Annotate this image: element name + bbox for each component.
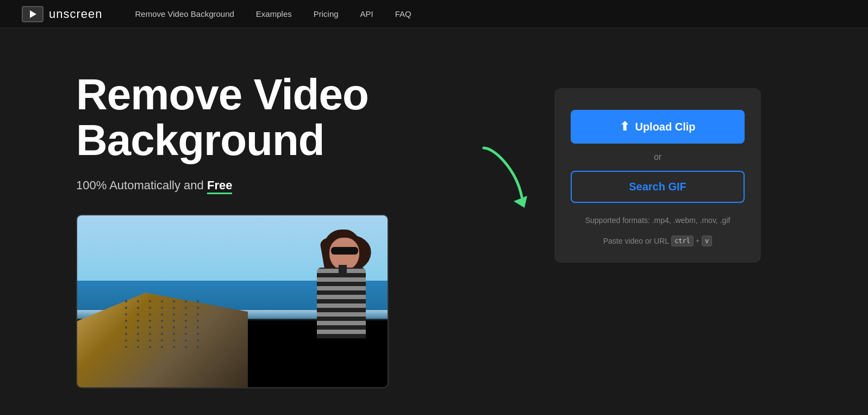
dot [149,313,151,315]
dot [185,346,187,348]
or-divider: or [654,152,661,162]
dot [149,333,151,335]
dot [161,320,163,322]
dot [149,320,151,322]
hero-subtitle-plain: 100% Automatically and [76,178,207,192]
dot [125,333,127,335]
nav-pricing[interactable]: Pricing [314,9,339,18]
dot [173,326,175,329]
dot [125,313,127,315]
nav-remove-video[interactable]: Remove Video Background [135,9,234,18]
dot [173,339,175,342]
play-icon [30,10,36,18]
dot [173,300,175,302]
dot [197,346,199,348]
search-gif-label: Search GIF [629,181,686,193]
dot [125,300,127,302]
dot [149,339,151,342]
dot [197,313,199,315]
upload-panel: ⬆ Upload Clip or Search GIF Supported fo… [554,88,761,263]
upload-clip-button[interactable]: ⬆ Upload Clip [571,110,745,144]
dot [185,300,187,302]
dot [185,339,187,342]
dot [185,313,187,315]
dot [197,339,199,342]
hero-title: Remove Video Background [76,72,522,163]
dot [173,313,175,315]
dot [137,333,139,335]
svg-marker-0 [514,196,527,208]
v-key-badge: v [702,236,712,246]
dot [125,307,127,309]
paste-hint: Paste video or URL ctrl + v [603,236,713,246]
upload-icon: ⬆ [620,120,629,134]
dot [137,320,139,322]
nav-api[interactable]: API [360,9,373,18]
video-preview [76,214,389,388]
dot [149,300,151,302]
logo-text: unscreen [49,7,103,21]
search-gif-button[interactable]: Search GIF [571,171,745,203]
dot [137,307,139,309]
dot [149,326,151,329]
dot [173,333,175,335]
dot [197,307,199,309]
dot [161,346,163,348]
upload-clip-label: Upload Clip [635,121,695,133]
dot [149,346,151,348]
dot [173,320,175,322]
dot [197,326,199,329]
plus-sign: + [696,237,700,245]
dot [197,320,199,322]
navbar: unscreen Remove Video Background Example… [0,0,868,28]
dot [185,333,187,335]
hero-title-line2: Background [76,116,324,164]
left-section: Remove Video Background 100% Automatical… [76,72,522,388]
dot [125,346,127,348]
hero-subtitle-bold: Free [207,178,232,194]
dot [137,313,139,315]
nav-examples[interactable]: Examples [256,9,292,18]
nav-faq[interactable]: FAQ [395,9,411,18]
supported-formats-text: Supported formats: .mp4, .webm, .mov, .g… [585,216,730,225]
logo-link[interactable]: unscreen [22,6,103,22]
logo-icon [22,6,43,22]
dot [161,307,163,309]
dot [125,320,127,322]
nav-links: Remove Video Background Examples Pricing… [135,9,411,19]
dot [197,333,199,335]
dot [149,307,151,309]
hero-subtitle: 100% Automatically and Free [76,178,522,193]
dot [137,346,139,348]
ctrl-key-badge: ctrl [671,236,694,246]
dot [185,326,187,329]
dot [161,313,163,315]
dot-grid-decoration: // Will render dots via template [125,300,204,348]
dot [185,307,187,309]
dot [125,339,127,342]
dot [137,326,139,329]
dot [125,326,127,329]
dot [137,339,139,342]
right-section: ⬆ Upload Clip or Search GIF Supported fo… [554,88,761,263]
dot [185,320,187,322]
dot [173,346,175,348]
arrow-decoration [473,137,538,219]
dot [173,307,175,309]
dot [161,333,163,335]
dot [161,339,163,342]
dot [161,326,163,329]
hero-title-line1: Remove Video [76,70,369,119]
dot [161,300,163,302]
paste-hint-text: Paste video or URL [603,237,669,245]
dot [197,300,199,302]
dot [137,300,139,302]
main-content: Remove Video Background 100% Automatical… [0,28,868,415]
